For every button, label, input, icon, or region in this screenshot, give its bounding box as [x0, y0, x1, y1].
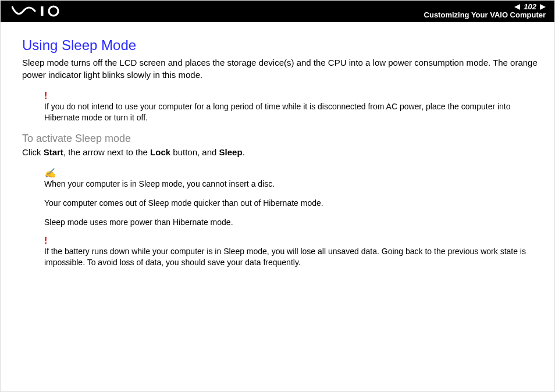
instr-text: button, and [170, 147, 219, 157]
instr-sleep: Sleep [219, 147, 243, 157]
warning-icon: ! [44, 236, 538, 245]
breadcrumb: Customizing Your VAIO Computer [424, 11, 546, 19]
info-note: ✍ When your computer is in Sleep mode, y… [44, 169, 538, 228]
intro-paragraph: Sleep mode turns off the LCD screen and … [22, 57, 538, 81]
warning-text: If you do not intend to use your compute… [44, 101, 538, 123]
info-icon: ✍ [44, 169, 538, 178]
info-text-1: When your computer is in Sleep mode, you… [44, 179, 538, 190]
header-bar: 102 Customizing Your VAIO Computer [0, 0, 555, 22]
warning-text: If the battery runs down while your comp… [44, 246, 538, 268]
page-nav: 102 [514, 3, 546, 11]
prev-page-arrow-icon[interactable] [514, 4, 520, 10]
next-page-arrow-icon[interactable] [540, 4, 546, 10]
vaio-logo [12, 5, 76, 17]
page-content: Using Sleep Mode Sleep mode turns off th… [0, 22, 555, 268]
warning-note-1: ! If you do not intend to use your compu… [44, 91, 538, 123]
section-subhead: To activate Sleep mode [22, 131, 538, 145]
svg-rect-0 [41, 6, 44, 16]
instr-text: Click [22, 147, 44, 157]
page-title: Using Sleep Mode [22, 36, 538, 55]
instr-text: . [243, 147, 245, 157]
warning-icon: ! [44, 91, 538, 101]
info-text-3: Sleep mode uses more power than Hibernat… [44, 217, 538, 228]
header-nav: 102 Customizing Your VAIO Computer [424, 3, 546, 20]
page-number: 102 [524, 3, 536, 11]
instr-start: Start [44, 147, 63, 157]
instr-lock: Lock [150, 147, 170, 157]
warning-note-2: ! If the battery runs down while your co… [44, 236, 538, 268]
info-text-2: Your computer comes out of Sleep mode qu… [44, 198, 538, 209]
instr-text: , the arrow next to the [63, 147, 150, 157]
instruction-line: Click Start, the arrow next to the Lock … [22, 147, 538, 158]
svg-point-1 [49, 6, 58, 16]
